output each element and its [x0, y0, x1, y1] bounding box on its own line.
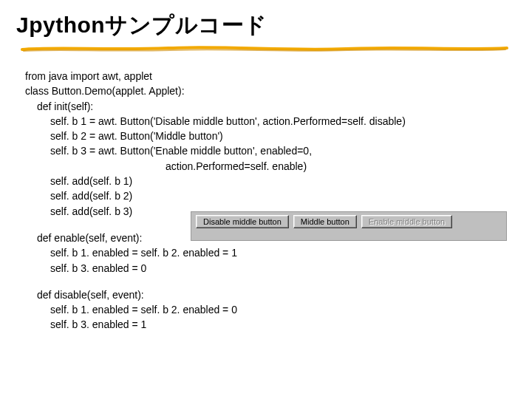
code-line: def init(self): — [25, 99, 532, 114]
applet-screenshot: Disable middle button Middle button Enab… — [191, 211, 507, 241]
title-underline — [21, 45, 508, 52]
code-line: self. b 2 = awt. Button('Middle button') — [25, 129, 532, 143]
code-line: self. b 3. enabled = 0 — [25, 261, 532, 276]
code-line: self. b 1 = awt. Button('Disable middle … — [25, 114, 532, 129]
disable-middle-button[interactable]: Disable middle button — [196, 215, 289, 228]
code-line: self. b 1. enabled = self. b 2. enabled … — [25, 245, 532, 260]
code-line: from java import awt, applet — [25, 69, 532, 83]
code-block: from java import awt, applet class Butto… — [0, 55, 532, 332]
code-line: self. b 1. enabled = self. b 2. enabled … — [25, 302, 532, 317]
slide-title: Jpythonサンプルコード — [16, 10, 532, 41]
code-line: self. add(self. b 1) — [25, 174, 532, 188]
middle-button[interactable]: Middle button — [293, 215, 357, 228]
code-line: def disable(self, event): — [25, 287, 532, 302]
code-line: self. b 3 = awt. Button('Enable middle b… — [25, 143, 532, 158]
code-line: action.Performed=self. enable) — [25, 159, 532, 174]
enable-middle-button: Enable middle button — [361, 215, 452, 228]
code-line: self. b 3. enabled = 1 — [25, 317, 532, 332]
code-line: self. add(self. b 2) — [25, 188, 532, 203]
title-block: Jpythonサンプルコード — [0, 0, 532, 55]
code-line: class Button.Demo(applet. Applet): — [25, 83, 532, 98]
